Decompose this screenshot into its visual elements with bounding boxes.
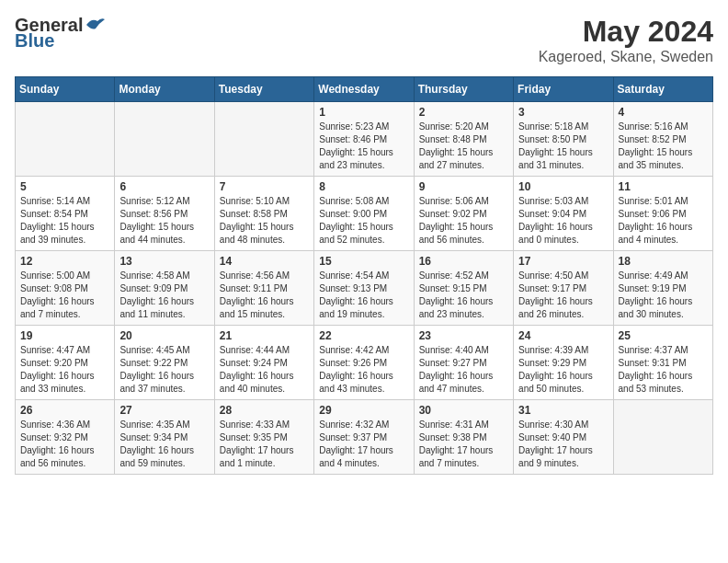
calendar-day-cell: 7Sunrise: 5:10 AM Sunset: 8:58 PM Daylig…: [214, 177, 313, 251]
calendar-day-cell: 12Sunrise: 5:00 AM Sunset: 9:08 PM Dayli…: [16, 251, 115, 326]
day-info: Sunrise: 4:36 AM Sunset: 9:32 PM Dayligh…: [20, 419, 109, 470]
calendar-day-cell: [214, 102, 313, 177]
day-number: 28: [220, 404, 309, 417]
calendar-day-cell: 13Sunrise: 4:58 AM Sunset: 9:09 PM Dayli…: [115, 251, 214, 326]
calendar-day-cell: 18Sunrise: 4:49 AM Sunset: 9:19 PM Dayli…: [613, 251, 712, 326]
calendar-day-header: Sunday: [16, 77, 115, 102]
day-number: 22: [319, 329, 408, 342]
day-number: 31: [518, 404, 608, 417]
day-number: 10: [518, 180, 608, 193]
calendar-day-cell: 27Sunrise: 4:35 AM Sunset: 9:34 PM Dayli…: [115, 400, 214, 475]
day-info: Sunrise: 5:00 AM Sunset: 9:08 PM Dayligh…: [20, 270, 109, 321]
calendar-day-cell: 25Sunrise: 4:37 AM Sunset: 9:31 PM Dayli…: [613, 326, 712, 400]
day-number: 14: [220, 255, 309, 268]
logo: General Blue: [15, 15, 105, 52]
calendar-day-header: Friday: [514, 77, 613, 102]
day-info: Sunrise: 5:18 AM Sunset: 8:50 PM Dayligh…: [518, 121, 608, 172]
day-info: Sunrise: 4:47 AM Sunset: 9:20 PM Dayligh…: [20, 344, 109, 396]
calendar-week-row: 1Sunrise: 5:23 AM Sunset: 8:46 PM Daylig…: [16, 102, 713, 177]
location-subtitle: Kageroed, Skane, Sweden: [539, 49, 713, 65]
calendar-day-cell: 16Sunrise: 4:52 AM Sunset: 9:15 PM Dayli…: [414, 251, 513, 326]
month-year-title: May 2024: [539, 15, 713, 49]
day-info: Sunrise: 5:16 AM Sunset: 8:52 PM Dayligh…: [619, 121, 708, 172]
day-number: 2: [419, 106, 508, 119]
day-number: 21: [220, 329, 309, 342]
day-info: Sunrise: 4:50 AM Sunset: 9:17 PM Dayligh…: [518, 270, 608, 321]
calendar-week-row: 5Sunrise: 5:14 AM Sunset: 8:54 PM Daylig…: [16, 177, 713, 251]
calendar-day-cell: 19Sunrise: 4:47 AM Sunset: 9:20 PM Dayli…: [16, 326, 115, 400]
calendar-day-cell: 29Sunrise: 4:32 AM Sunset: 9:37 PM Dayli…: [314, 400, 414, 475]
page-header: General Blue May 2024 Kageroed, Skane, S…: [15, 15, 713, 65]
calendar-day-header: Saturday: [613, 77, 712, 102]
calendar-week-row: 26Sunrise: 4:36 AM Sunset: 9:32 PM Dayli…: [16, 400, 713, 475]
day-info: Sunrise: 5:03 AM Sunset: 9:04 PM Dayligh…: [518, 195, 608, 247]
day-number: 25: [619, 329, 708, 342]
day-number: 29: [319, 404, 408, 417]
calendar-header-row: SundayMondayTuesdayWednesdayThursdayFrid…: [16, 77, 713, 102]
day-info: Sunrise: 5:08 AM Sunset: 9:00 PM Dayligh…: [319, 195, 408, 247]
calendar-day-cell: 6Sunrise: 5:12 AM Sunset: 8:56 PM Daylig…: [115, 177, 214, 251]
day-number: 13: [119, 255, 209, 268]
day-number: 8: [319, 180, 408, 193]
day-number: 26: [20, 404, 109, 417]
calendar-day-header: Monday: [115, 77, 214, 102]
day-info: Sunrise: 4:40 AM Sunset: 9:27 PM Dayligh…: [419, 344, 508, 396]
day-number: 15: [319, 255, 408, 268]
day-info: Sunrise: 4:37 AM Sunset: 9:31 PM Dayligh…: [619, 344, 708, 396]
day-info: Sunrise: 5:06 AM Sunset: 9:02 PM Dayligh…: [419, 195, 508, 247]
day-number: 24: [518, 329, 608, 342]
calendar-day-cell: 10Sunrise: 5:03 AM Sunset: 9:04 PM Dayli…: [514, 177, 613, 251]
day-info: Sunrise: 5:14 AM Sunset: 8:54 PM Dayligh…: [20, 195, 109, 247]
calendar-day-cell: 4Sunrise: 5:16 AM Sunset: 8:52 PM Daylig…: [613, 102, 712, 177]
day-info: Sunrise: 4:30 AM Sunset: 9:40 PM Dayligh…: [518, 419, 608, 470]
calendar-day-cell: 23Sunrise: 4:40 AM Sunset: 9:27 PM Dayli…: [414, 326, 513, 400]
calendar-week-row: 12Sunrise: 5:00 AM Sunset: 9:08 PM Dayli…: [16, 251, 713, 326]
calendar-day-cell: 11Sunrise: 5:01 AM Sunset: 9:06 PM Dayli…: [613, 177, 712, 251]
day-number: 19: [20, 329, 109, 342]
day-number: 9: [419, 180, 508, 193]
day-number: 7: [220, 180, 309, 193]
calendar-day-cell: 8Sunrise: 5:08 AM Sunset: 9:00 PM Daylig…: [314, 177, 414, 251]
calendar-day-header: Wednesday: [314, 77, 414, 102]
calendar-day-header: Tuesday: [214, 77, 313, 102]
day-info: Sunrise: 5:12 AM Sunset: 8:56 PM Dayligh…: [119, 195, 209, 247]
day-info: Sunrise: 4:52 AM Sunset: 9:15 PM Dayligh…: [419, 270, 508, 321]
day-info: Sunrise: 5:20 AM Sunset: 8:48 PM Dayligh…: [419, 121, 508, 172]
day-info: Sunrise: 5:01 AM Sunset: 9:06 PM Dayligh…: [619, 195, 708, 247]
calendar-day-cell: 14Sunrise: 4:56 AM Sunset: 9:11 PM Dayli…: [214, 251, 313, 326]
calendar-day-cell: 31Sunrise: 4:30 AM Sunset: 9:40 PM Dayli…: [514, 400, 613, 475]
day-number: 12: [20, 255, 109, 268]
day-info: Sunrise: 4:44 AM Sunset: 9:24 PM Dayligh…: [220, 344, 309, 396]
calendar-day-cell: 17Sunrise: 4:50 AM Sunset: 9:17 PM Dayli…: [514, 251, 613, 326]
calendar-day-cell: 3Sunrise: 5:18 AM Sunset: 8:50 PM Daylig…: [514, 102, 613, 177]
calendar-day-cell: 26Sunrise: 4:36 AM Sunset: 9:32 PM Dayli…: [16, 400, 115, 475]
calendar-week-row: 19Sunrise: 4:47 AM Sunset: 9:20 PM Dayli…: [16, 326, 713, 400]
calendar-day-cell: 15Sunrise: 4:54 AM Sunset: 9:13 PM Dayli…: [314, 251, 414, 326]
day-info: Sunrise: 5:23 AM Sunset: 8:46 PM Dayligh…: [319, 121, 408, 172]
day-number: 17: [518, 255, 608, 268]
calendar-body: 1Sunrise: 5:23 AM Sunset: 8:46 PM Daylig…: [16, 102, 713, 475]
title-block: May 2024 Kageroed, Skane, Sweden: [539, 15, 713, 65]
day-info: Sunrise: 4:42 AM Sunset: 9:26 PM Dayligh…: [319, 344, 408, 396]
calendar-day-cell: [115, 102, 214, 177]
day-info: Sunrise: 4:45 AM Sunset: 9:22 PM Dayligh…: [119, 344, 209, 396]
day-number: 23: [419, 329, 508, 342]
calendar-day-header: Thursday: [414, 77, 513, 102]
day-number: 27: [119, 404, 209, 417]
day-number: 20: [119, 329, 209, 342]
logo-bird-icon: [85, 16, 105, 32]
logo-blue-text: Blue: [15, 30, 54, 52]
day-number: 4: [619, 106, 708, 119]
day-number: 18: [619, 255, 708, 268]
calendar-day-cell: 9Sunrise: 5:06 AM Sunset: 9:02 PM Daylig…: [414, 177, 513, 251]
day-info: Sunrise: 4:54 AM Sunset: 9:13 PM Dayligh…: [319, 270, 408, 321]
day-number: 11: [619, 180, 708, 193]
calendar-day-cell: 21Sunrise: 4:44 AM Sunset: 9:24 PM Dayli…: [214, 326, 313, 400]
day-number: 30: [419, 404, 508, 417]
calendar-day-cell: 2Sunrise: 5:20 AM Sunset: 8:48 PM Daylig…: [414, 102, 513, 177]
day-info: Sunrise: 4:39 AM Sunset: 9:29 PM Dayligh…: [518, 344, 608, 396]
calendar-day-cell: 24Sunrise: 4:39 AM Sunset: 9:29 PM Dayli…: [514, 326, 613, 400]
calendar-day-cell: 5Sunrise: 5:14 AM Sunset: 8:54 PM Daylig…: [16, 177, 115, 251]
day-info: Sunrise: 4:31 AM Sunset: 9:38 PM Dayligh…: [419, 419, 508, 470]
day-number: 1: [319, 106, 408, 119]
